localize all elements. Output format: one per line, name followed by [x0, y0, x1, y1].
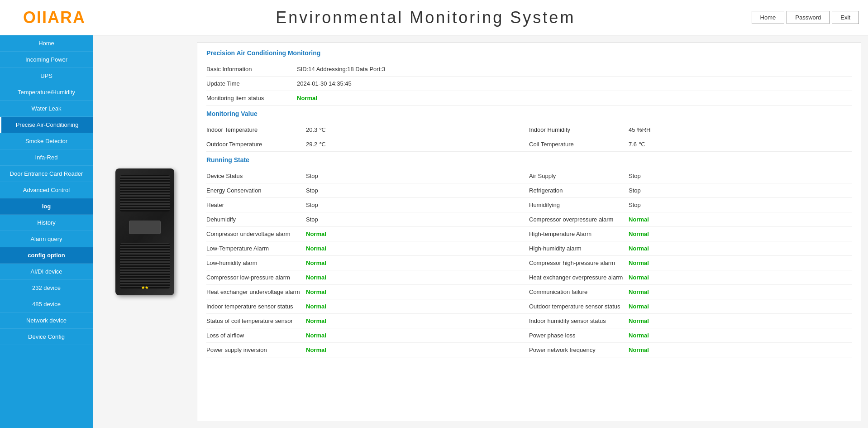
rs-value2: Normal: [629, 216, 665, 223]
rs-label2: Air Supply: [529, 173, 629, 179]
rs-value2: Normal: [629, 317, 665, 324]
running-state-cell: Loss of airflowNormal: [206, 328, 529, 343]
rs-value: Stop: [306, 202, 342, 208]
mv-value2: 7.6 ℃: [629, 141, 665, 148]
rs-value2: Normal: [629, 332, 665, 339]
sidebar-item-ai-di-device[interactable]: AI/DI device: [0, 264, 93, 280]
rs-label: Low-humidity alarm: [206, 260, 306, 266]
mv-value: 20.3 ℃: [306, 126, 342, 133]
rs-value: Normal: [306, 303, 342, 310]
sidebar-item-home[interactable]: Home: [0, 35, 93, 52]
running-state-cell: Device StatusStop: [206, 169, 529, 183]
sidebar-item-log[interactable]: log: [0, 198, 93, 215]
sidebar-item-incoming-power[interactable]: Incoming Power: [0, 52, 93, 68]
rs-value: Normal: [306, 317, 342, 324]
rs-value: Normal: [306, 231, 342, 237]
rs-value2: Normal: [629, 245, 665, 252]
home-button[interactable]: Home: [752, 11, 785, 24]
rs-label: Heater: [206, 202, 306, 208]
rs-value2: Normal: [629, 346, 665, 353]
device-panel-mid: [129, 221, 161, 234]
rs-label2: Compressor high-pressure alarm: [529, 260, 629, 266]
rs-label2: High-temperature Alarm: [529, 231, 629, 237]
rs-label2: High-humidity alarm: [529, 245, 629, 252]
rs-label: Power supply inversion: [206, 346, 306, 353]
running-state-cell: Power phase lossNormal: [529, 328, 852, 343]
rs-value2: Normal: [629, 260, 665, 266]
rs-value: Normal: [306, 346, 342, 353]
running-state-cell: Indoor humidity sensor statusNormal: [529, 314, 852, 328]
rs-value2: Normal: [629, 274, 665, 281]
info-panel: Precision Air Conditioning Monitoring Ba…: [197, 42, 861, 421]
running-state-cell: Power supply inversionNormal: [206, 343, 529, 357]
monitoring-value-cell: Indoor Humidity45 %RH: [529, 123, 852, 137]
sidebar-item-smoke-detector[interactable]: Smoke Detector: [0, 133, 93, 149]
update-time-row: Update Time 2024-01-30 14:35:45: [206, 77, 852, 91]
exit-button[interactable]: Exit: [832, 11, 859, 24]
sidebar-item-network-device[interactable]: Network device: [0, 313, 93, 329]
running-state-cell: HumidifyingStop: [529, 198, 852, 212]
running-state-cell: Low-Temperature AlarmNormal: [206, 241, 529, 256]
password-button[interactable]: Password: [787, 11, 830, 24]
running-state-title: Running State: [206, 156, 852, 164]
sidebar-item-232-device[interactable]: 232 device: [0, 280, 93, 296]
sidebar-item-advanced-control[interactable]: Advanced Control: [0, 182, 93, 198]
running-state-cell: Compressor overpressure alarmNormal: [529, 212, 852, 227]
monitoring-status-row: Monitoring item status Normal: [206, 91, 852, 106]
basic-info-value: SID:14 Addressing:18 Data Port:3: [297, 66, 852, 72]
monitoring-value-cell: Coil Temperature7.6 ℃: [529, 137, 852, 152]
basic-info-label: Basic Information: [206, 66, 297, 72]
rs-label: Compressor low-pressure alarm: [206, 274, 306, 281]
rs-label2: Power phase loss: [529, 332, 629, 339]
running-state-cell: Heat exchanger overpressure alarmNormal: [529, 270, 852, 285]
rs-value: Stop: [306, 173, 342, 179]
rs-value2: Stop: [629, 202, 665, 208]
rs-value: Normal: [306, 274, 342, 281]
rs-label: Loss of airflow: [206, 332, 306, 339]
monitoring-value-cell: Indoor Temperature20.3 ℃: [206, 123, 529, 137]
sidebar-item-config-option[interactable]: config option: [0, 247, 93, 264]
running-state-cell: Compressor high-pressure alarmNormal: [529, 256, 852, 270]
mv-label: Outdoor Temperature: [206, 141, 306, 148]
monitoring-status-label: Monitoring item status: [206, 95, 297, 101]
sidebar-item-alarm-query[interactable]: Alarm query: [0, 231, 93, 247]
device-image: ★★: [115, 168, 174, 295]
sidebar-item-history[interactable]: History: [0, 215, 93, 231]
sidebar-item-device-config[interactable]: Device Config: [0, 329, 93, 345]
running-state-cell: Indoor temperature sensor statusNormal: [206, 299, 529, 314]
monitoring-value-title: Monitoring Value: [206, 110, 852, 117]
sidebar-item-door-entrance[interactable]: Door Entrance Card Reader: [0, 166, 93, 182]
sidebar-item-water-leak[interactable]: Water Leak: [0, 101, 93, 117]
rs-label2: Compressor overpressure alarm: [529, 216, 629, 223]
rs-value: Normal: [306, 260, 342, 266]
running-state-cell: Outdoor temperature sensor statusNormal: [529, 299, 852, 314]
rs-value2: Stop: [629, 173, 665, 179]
sidebar: Home Incoming Power UPS Temperature/Humi…: [0, 35, 93, 428]
mv-value: 29.2 ℃: [306, 141, 342, 148]
sidebar-item-ups[interactable]: UPS: [0, 68, 93, 84]
rs-label: Status of coil temperature sensor: [206, 317, 306, 324]
update-time-label: Update Time: [206, 80, 297, 87]
running-state-cell: Low-humidity alarmNormal: [206, 256, 529, 270]
sidebar-item-infared[interactable]: Infa-Red: [0, 149, 93, 166]
sidebar-item-temp-humidity[interactable]: Temperature/Humidity: [0, 84, 93, 101]
device-panel: ★★: [100, 42, 190, 421]
rs-label2: Communication failure: [529, 289, 629, 295]
mv-label2: Coil Temperature: [529, 141, 629, 148]
sidebar-item-485-device[interactable]: 485 device: [0, 296, 93, 313]
rs-label2: Humidifying: [529, 202, 629, 208]
rs-label2: Refrigeration: [529, 187, 629, 194]
rs-value2: Normal: [629, 231, 665, 237]
monitoring-values-grid: Indoor Temperature20.3 ℃Indoor Humidity4…: [206, 123, 852, 152]
rs-label: Device Status: [206, 173, 306, 179]
rs-value2: Normal: [629, 303, 665, 310]
device-logo-text: ★★: [141, 285, 148, 290]
device-bottom-vent: [120, 243, 170, 289]
running-state-cell: DehumidifyStop: [206, 212, 529, 227]
running-states-grid: Device StatusStopAir SupplyStopEnergy Co…: [206, 169, 852, 357]
rs-label: Heat exchanger undervoltage alarm: [206, 289, 306, 295]
sidebar-item-precise-ac[interactable]: Precise Air-Conditioning: [0, 117, 93, 133]
running-state-cell: Air SupplyStop: [529, 169, 852, 183]
running-state-cell: Power network frequencyNormal: [529, 343, 852, 357]
header: OIIARA Environmental Monitoring System H…: [0, 0, 868, 35]
